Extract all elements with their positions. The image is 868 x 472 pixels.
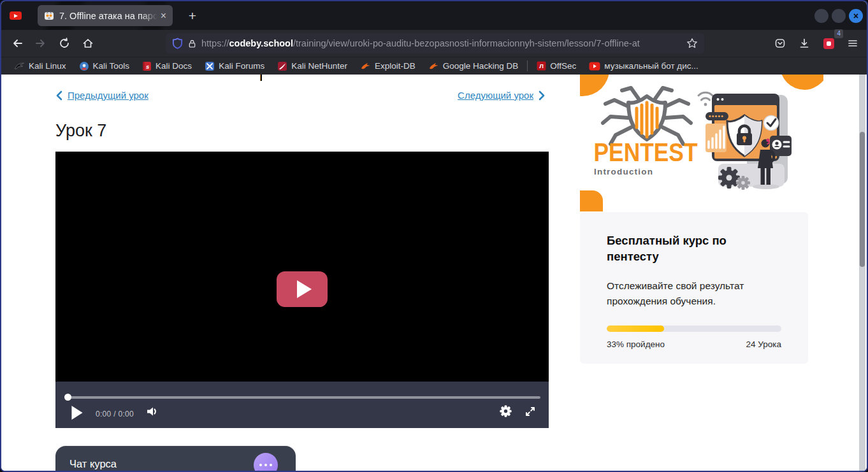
time-separator: / bbox=[113, 410, 116, 418]
page-content: Предыдущий урок Следующий урок Урок 7 0:… bbox=[1, 75, 867, 471]
window-controls: × bbox=[814, 9, 863, 23]
back-arrow-icon bbox=[11, 38, 23, 49]
video-time: 0:00 / 0:00 bbox=[96, 410, 134, 418]
offsec-icon: Л bbox=[537, 61, 546, 71]
volume-icon[interactable] bbox=[146, 406, 158, 417]
url-bar[interactable]: https://codeby.school/training/view/urok… bbox=[166, 33, 704, 54]
bookmark-google-hacking-db[interactable]: Google Hacking DB bbox=[422, 59, 525, 74]
reload-icon bbox=[59, 38, 70, 49]
kali-docs-icon: s bbox=[142, 61, 152, 71]
bookmark-kali-forums[interactable]: Kali Forums bbox=[198, 59, 271, 74]
banner-deco-circle bbox=[580, 75, 609, 96]
home-button[interactable] bbox=[78, 33, 98, 54]
bookmark-label: OffSec bbox=[550, 61, 576, 71]
video-player: 0:00 / 0:00 bbox=[55, 152, 549, 428]
kali-dragon-icon bbox=[14, 61, 25, 71]
codeby-favicon-icon bbox=[44, 11, 54, 21]
bookmark-label: Kali Linux bbox=[29, 61, 66, 71]
ghdb-bird-icon bbox=[428, 61, 439, 71]
course-progress-track bbox=[607, 325, 781, 332]
next-lesson-label: Следующий урок bbox=[458, 90, 533, 101]
forward-arrow-icon bbox=[35, 38, 47, 49]
banner-subtitle-text: Introduction bbox=[594, 167, 653, 176]
clipped-heading-fragment bbox=[260, 75, 262, 81]
video-screen[interactable] bbox=[55, 152, 549, 382]
youtube-icon bbox=[10, 11, 22, 20]
lock-icon bbox=[187, 38, 197, 49]
banner-deco-circle bbox=[780, 75, 823, 90]
extension-button[interactable]: 4 bbox=[818, 33, 839, 54]
download-icon bbox=[799, 38, 810, 49]
video-progress-thumb[interactable] bbox=[64, 394, 71, 401]
previous-lesson-link[interactable]: Предыдущий урок bbox=[55, 90, 148, 101]
big-play-button[interactable] bbox=[277, 271, 328, 307]
close-button[interactable]: × bbox=[849, 9, 863, 23]
minimize-button[interactable] bbox=[814, 9, 828, 23]
maximize-button[interactable] bbox=[832, 9, 846, 23]
chevron-left-icon bbox=[55, 90, 62, 101]
url-text: https://codeby.school/training/view/urok… bbox=[201, 38, 682, 48]
scrollbar-thumb[interactable] bbox=[860, 132, 865, 267]
chat-title: Чат курса bbox=[69, 458, 117, 470]
pentest-course-banner[interactable]: PENTEST Introduction bbox=[580, 75, 823, 211]
active-tab[interactable]: 7. Offline атака на пароли × bbox=[38, 5, 173, 26]
bookmark-label: Exploit-DB bbox=[375, 61, 416, 71]
fullscreen-icon[interactable] bbox=[524, 406, 536, 417]
course-card-description: Отслеживайте свой результат прохождения … bbox=[607, 278, 781, 310]
url-domain: codeby.school bbox=[229, 38, 293, 48]
banner-deco-blob bbox=[580, 190, 603, 211]
pinned-tab-youtube[interactable] bbox=[9, 11, 22, 20]
youtube-icon bbox=[589, 62, 600, 71]
browser-window: 7. Offline атака на пароли × + × bbox=[0, 0, 868, 472]
kali-nethunter-icon bbox=[277, 61, 287, 71]
bookmarks-separator bbox=[527, 61, 528, 71]
lessons-count-label: 24 Урока bbox=[746, 340, 781, 349]
play-icon[interactable] bbox=[71, 406, 83, 420]
svg-text:s: s bbox=[146, 62, 149, 69]
progress-percent-label: 33% пройдено bbox=[607, 340, 665, 349]
bookmark-kali-nethunter[interactable]: Kali NetHunter bbox=[271, 59, 354, 74]
tab-close-icon[interactable]: × bbox=[159, 10, 168, 22]
home-icon bbox=[82, 38, 94, 49]
settings-gear-icon[interactable] bbox=[500, 405, 512, 417]
svg-text:Л: Л bbox=[539, 62, 544, 69]
bookmark-label: Kali Forums bbox=[219, 61, 264, 71]
bookmark-music-bot[interactable]: музыкальный бот дис... bbox=[582, 59, 704, 74]
url-scheme: https:// bbox=[201, 38, 229, 48]
new-tab-button[interactable]: + bbox=[185, 8, 200, 24]
extension-badge: 4 bbox=[834, 29, 843, 38]
bookmarks-toolbar: Kali Linux Kali Tools s Kali Docs Kali F… bbox=[1, 57, 867, 75]
bookmark-label: Kali NetHunter bbox=[291, 61, 347, 71]
video-controls-bar: 0:00 / 0:00 bbox=[55, 382, 549, 428]
bookmark-kali-docs[interactable]: s Kali Docs bbox=[136, 59, 198, 74]
bookmark-kali-linux[interactable]: Kali Linux bbox=[8, 59, 73, 74]
tracking-protection-shield-icon[interactable] bbox=[172, 38, 183, 49]
chat-bubble-icon[interactable] bbox=[254, 453, 278, 471]
downloads-button[interactable] bbox=[794, 33, 814, 54]
pocket-button[interactable] bbox=[770, 33, 790, 54]
forward-button[interactable] bbox=[31, 33, 51, 54]
bookmark-star-icon[interactable] bbox=[686, 38, 698, 49]
kali-forums-icon bbox=[205, 61, 215, 71]
course-progress-card: Бесплатный курс по пентесту Отслеживайте… bbox=[580, 212, 808, 364]
bookmark-label: музыкальный бот дис... bbox=[604, 61, 698, 71]
bookmark-kali-tools[interactable]: Kali Tools bbox=[73, 59, 136, 74]
course-card-title: Бесплатный курс по пентесту bbox=[607, 233, 781, 265]
pocket-icon bbox=[774, 38, 786, 49]
next-lesson-link[interactable]: Следующий урок bbox=[458, 90, 546, 101]
bookmark-exploit-db[interactable]: Exploit-DB bbox=[354, 59, 422, 74]
bookmark-offsec[interactable]: Л OffSec bbox=[530, 59, 582, 74]
exploit-db-bird-icon bbox=[360, 61, 371, 71]
menu-button[interactable] bbox=[843, 33, 863, 54]
banner-brand-text: PENTEST bbox=[594, 138, 698, 166]
video-progress-track[interactable] bbox=[67, 396, 540, 399]
reload-button[interactable] bbox=[54, 33, 75, 54]
page-scrollbar[interactable] bbox=[859, 75, 865, 471]
duration: 0:00 bbox=[118, 410, 134, 418]
course-chat-widget[interactable]: Чат курса bbox=[55, 446, 296, 471]
bookmark-label: Kali Tools bbox=[93, 61, 130, 71]
bookmark-label: Google Hacking DB bbox=[443, 61, 519, 71]
url-path: /training/view/uroki-po-auditu-bezopasno… bbox=[293, 38, 640, 48]
back-button[interactable] bbox=[7, 33, 27, 54]
security-illustration bbox=[698, 92, 792, 190]
